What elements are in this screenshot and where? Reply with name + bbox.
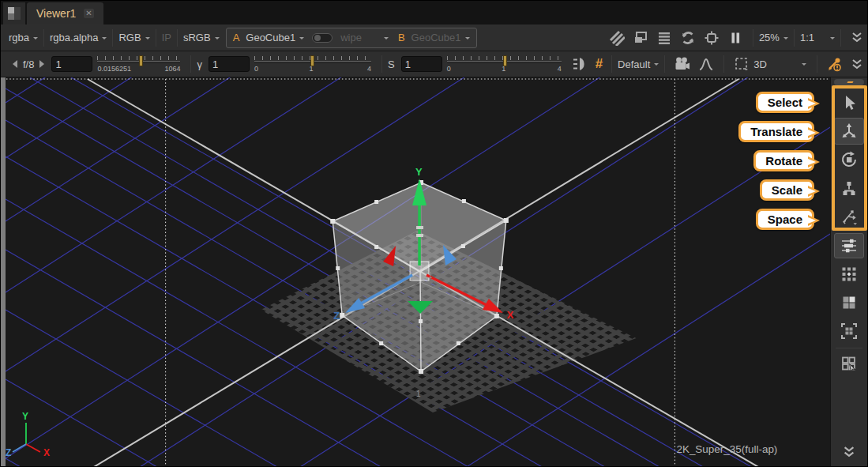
wipe-dropdown[interactable]: wipe bbox=[340, 32, 389, 43]
gamma-input[interactable] bbox=[209, 56, 250, 72]
viewer-preset-dropdown[interactable]: Default bbox=[618, 58, 659, 70]
windows-icon bbox=[633, 30, 648, 46]
gain-slider[interactable]: 0.0156251 1064 bbox=[97, 54, 180, 74]
view-mode-dropdown[interactable]: 3D bbox=[753, 58, 806, 70]
gain-input[interactable] bbox=[51, 56, 92, 72]
separator bbox=[840, 29, 841, 47]
quad-grid-icon bbox=[840, 293, 859, 312]
next-arrow-icon[interactable] bbox=[39, 59, 45, 69]
saturation-slider[interactable]: 0 1 4 bbox=[447, 54, 562, 74]
chevron-down-icon bbox=[299, 37, 304, 42]
toolbar-top-right: 25% 1:1 bbox=[605, 28, 867, 47]
separator bbox=[177, 29, 178, 47]
scale-tool-button[interactable] bbox=[834, 175, 864, 201]
select-tool-button[interactable] bbox=[834, 89, 864, 116]
chevron-down-icon bbox=[102, 37, 107, 42]
chevrons-icon bbox=[843, 446, 855, 458]
channels-dropdown[interactable]: RGB bbox=[118, 32, 149, 43]
gizmo-x-label: X bbox=[507, 309, 514, 321]
headlight-button[interactable] bbox=[571, 55, 590, 73]
separator bbox=[112, 29, 113, 47]
scanlines-icon bbox=[656, 30, 672, 46]
grid-overlay-button[interactable]: # bbox=[596, 56, 603, 72]
toolbar-overflow-button[interactable] bbox=[851, 59, 862, 70]
zoom-value: 25% bbox=[759, 32, 780, 43]
tab-close-icon[interactable]: ✕ bbox=[84, 9, 93, 18]
separator bbox=[723, 55, 724, 73]
pane-menu-button[interactable] bbox=[3, 2, 25, 24]
separator bbox=[753, 29, 753, 47]
input-b-value: GeoCube1 bbox=[411, 32, 461, 43]
marquee-select-button[interactable] bbox=[732, 55, 751, 73]
frame-selection-button[interactable] bbox=[834, 318, 864, 344]
quad-view-button[interactable] bbox=[834, 290, 864, 315]
callout-label: Scale bbox=[772, 183, 802, 197]
sidebar-overflow-button[interactable] bbox=[843, 446, 855, 461]
sidebar-collapse-handle[interactable] bbox=[834, 79, 864, 85]
checker-stripes-button[interactable] bbox=[607, 28, 626, 47]
colorspace-dropdown[interactable]: sRGB bbox=[183, 32, 220, 43]
headlight-icon bbox=[572, 56, 589, 72]
translate-tool-button[interactable] bbox=[834, 118, 864, 145]
gamma-slider[interactable]: 0 1 4 bbox=[254, 54, 371, 74]
frame-brackets-icon bbox=[840, 322, 859, 341]
wipe-toggle[interactable] bbox=[312, 33, 333, 43]
chevron-down-icon bbox=[145, 37, 150, 42]
chevron-down-icon bbox=[215, 37, 220, 42]
gamma-label: γ bbox=[197, 58, 202, 70]
separator bbox=[156, 29, 156, 47]
vertex-points-button[interactable] bbox=[834, 262, 864, 287]
separator bbox=[664, 55, 665, 73]
scale-icon bbox=[840, 179, 859, 198]
gain-slider-handle[interactable] bbox=[139, 55, 143, 66]
scanlines-button[interactable] bbox=[655, 28, 674, 47]
input-b-label: B bbox=[398, 32, 405, 43]
unit-marker: 1 bbox=[428, 271, 433, 280]
pixel-aspect-dropdown[interactable]: 1:1 bbox=[800, 32, 835, 43]
toolbar-overflow-button[interactable] bbox=[851, 32, 862, 43]
refresh-button[interactable] bbox=[678, 28, 697, 47]
tab-label: Viewer1 bbox=[36, 7, 76, 20]
callout-select: Select bbox=[756, 92, 814, 113]
lock-camera-button[interactable] bbox=[673, 55, 692, 73]
input-process-toggle[interactable]: IP bbox=[162, 32, 171, 43]
colorspace-value: sRGB bbox=[183, 32, 211, 43]
zoom-dropdown[interactable]: 25% bbox=[759, 32, 788, 43]
callout-label: Translate bbox=[750, 125, 802, 138]
region-select-button[interactable] bbox=[834, 352, 864, 377]
viewport-3d[interactable]: Y X Z 1 1 Y X Z bbox=[1, 77, 830, 467]
input-b-dropdown[interactable]: B GeoCube1 bbox=[398, 32, 470, 43]
fstop-label: f/8 bbox=[23, 58, 34, 70]
input-a-dropdown[interactable]: A GeoCube1 bbox=[233, 32, 305, 43]
unit-marker: 1 bbox=[416, 390, 421, 398]
tab-viewer1[interactable]: Viewer1 ✕ bbox=[27, 2, 103, 24]
gamma-curve-button[interactable] bbox=[697, 55, 716, 73]
pause-button[interactable] bbox=[726, 28, 745, 47]
float-window-button[interactable] bbox=[631, 28, 650, 47]
color-sampler-button[interactable] bbox=[825, 55, 844, 73]
chevron-down-icon bbox=[384, 37, 389, 42]
points-icon bbox=[840, 265, 859, 284]
separator bbox=[817, 55, 817, 73]
alpha-dropdown[interactable]: rgba.alpha bbox=[50, 32, 107, 43]
prev-arrow-icon[interactable] bbox=[12, 59, 18, 69]
multi-slider-button[interactable] bbox=[834, 233, 864, 258]
chevron-down-icon bbox=[33, 37, 38, 42]
ab-input-group: A GeoCube1 wipe B GeoCube1 bbox=[226, 28, 477, 48]
space-tool-button[interactable] bbox=[834, 203, 864, 230]
separator bbox=[381, 55, 382, 73]
sampler-icon bbox=[826, 55, 844, 73]
viewport-tool-sidebar bbox=[830, 77, 867, 467]
saturation-input[interactable] bbox=[401, 56, 442, 72]
chevron-down-icon bbox=[654, 63, 659, 68]
gain-tick-right: 1064 bbox=[164, 65, 180, 73]
roi-button[interactable] bbox=[702, 28, 721, 47]
rotate-tool-button[interactable] bbox=[834, 146, 864, 173]
layers-dropdown[interactable]: rgba bbox=[9, 32, 38, 43]
sidebar-divider bbox=[836, 348, 862, 348]
callout-label: Select bbox=[768, 96, 802, 109]
camera-icon bbox=[674, 56, 691, 72]
gain-tick-left: 0.0156251 bbox=[97, 65, 131, 73]
chevron-down-icon bbox=[802, 63, 806, 68]
viewport-canvas[interactable]: Y X Z 1 1 Y X Z bbox=[6, 77, 830, 467]
